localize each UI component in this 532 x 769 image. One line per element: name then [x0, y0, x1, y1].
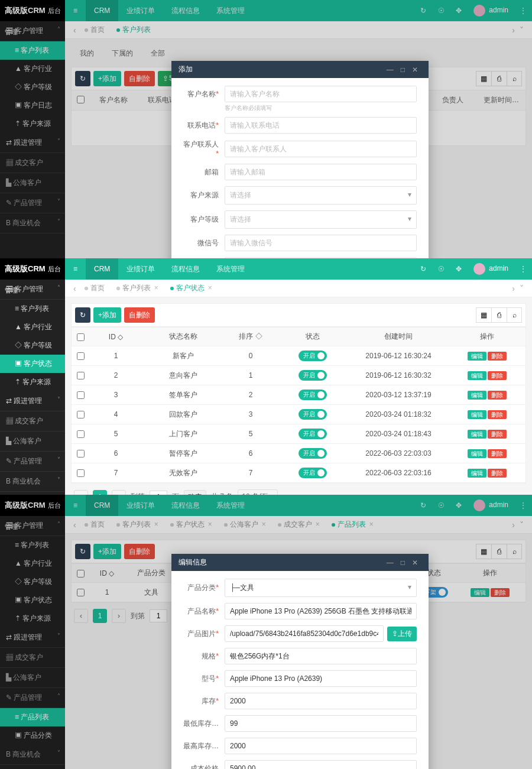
table-row: 4回款客户3开启2020-03-24 01:18:32编辑删除 [72, 405, 525, 424]
edit-button[interactable]: 编辑 [468, 371, 486, 380]
nav-1[interactable]: CRM [86, 258, 118, 280]
row-check[interactable] [77, 430, 85, 438]
upload-button[interactable]: ⇪上传 [387, 627, 417, 641]
field-label: 产品图片* [183, 629, 219, 639]
edit-button[interactable]: 编辑 [468, 469, 486, 478]
row-check[interactable] [77, 352, 85, 360]
close-icon[interactable]: × [208, 284, 212, 292]
side-item[interactable]: B 商业机会˅ [0, 472, 65, 492]
status-switch[interactable]: 开启 [299, 409, 327, 420]
input-客户名称[interactable] [225, 86, 417, 102]
user-menu[interactable]: admin [468, 263, 514, 275]
page-num[interactable]: 1 [93, 490, 107, 495]
row-check[interactable] [77, 411, 85, 418]
select-产品分类[interactable]: ├─文具▾ [225, 579, 417, 597]
side-item[interactable]: ✎ 产品管理˅ [0, 452, 65, 472]
page-confirm[interactable]: 确定 [184, 490, 206, 495]
page-next[interactable]: › [112, 490, 126, 495]
side-item[interactable]: ▣ 客户状态 [0, 355, 65, 373]
add-button[interactable]: +添加 [93, 307, 121, 323]
edit-button[interactable]: 编辑 [468, 449, 486, 458]
side-item[interactable]: ☰ 客户管理˄ [0, 280, 65, 300]
crumb-menu[interactable]: ˅ [517, 284, 526, 293]
row-check[interactable] [77, 372, 85, 379]
status-switch[interactable]: 开启 [299, 448, 327, 459]
input-型号[interactable] [225, 670, 417, 687]
crumb-next[interactable]: › [510, 284, 517, 293]
status-switch[interactable]: 开启 [299, 390, 327, 400]
status-switch[interactable]: 开启 [299, 468, 327, 478]
nav-2[interactable]: 业绩订单 [118, 258, 163, 280]
page-prev[interactable]: ‹ [74, 490, 88, 495]
crumb-prev[interactable]: ‹ [71, 284, 79, 293]
input-库存[interactable] [225, 693, 417, 709]
grid-icon[interactable]: ▦ [476, 307, 491, 323]
del-button[interactable]: 删除 [488, 430, 507, 439]
search-icon[interactable]: ⌕ [507, 307, 522, 323]
maximize-icon[interactable]: □ [397, 559, 408, 567]
nav-4[interactable]: 系统管理 [208, 258, 253, 280]
input-规格[interactable] [225, 648, 417, 664]
edit-button[interactable]: 编辑 [468, 430, 486, 439]
status-switch[interactable]: 开启 [299, 370, 327, 381]
expand-icon[interactable]: ✥ [450, 265, 468, 273]
edit-button[interactable]: 编辑 [468, 352, 486, 361]
status-switch[interactable]: 开启 [299, 429, 327, 439]
nav-3[interactable]: 流程信息 [163, 258, 208, 280]
row-check[interactable] [77, 469, 85, 477]
page-size[interactable]: 10 条/页▾ [238, 489, 278, 495]
page-input[interactable] [150, 491, 167, 495]
input-客户联系人[interactable] [225, 141, 417, 157]
input-最低库存…[interactable] [225, 715, 417, 732]
close-icon[interactable]: ✕ [408, 66, 421, 74]
side-item[interactable]: ⇄ 跟进管理˅ [0, 391, 65, 411]
side-item[interactable]: ⇡ 客户来源 [0, 373, 65, 391]
side-item[interactable]: ▲ 客户行业 [0, 318, 65, 336]
status-switch[interactable]: 开启 [299, 351, 327, 361]
input-最高库存…[interactable] [225, 738, 417, 754]
maximize-icon[interactable]: □ [397, 66, 408, 74]
refresh-icon[interactable]: ↻ [414, 265, 432, 273]
target-icon[interactable]: ☉ [432, 265, 450, 273]
col-header: 状态名称 [142, 327, 224, 346]
input-产品名称[interactable] [225, 603, 417, 619]
del-button[interactable]: 删除 [488, 469, 507, 478]
select-客户状态[interactable]: 请选择▾ [225, 257, 417, 258]
crumb[interactable]: 客户状态× [164, 281, 218, 296]
close-icon[interactable]: ✕ [408, 559, 421, 567]
input-成本价格[interactable] [225, 760, 417, 769]
close-icon[interactable]: × [154, 284, 158, 292]
del-button[interactable]: 删除 [488, 391, 507, 400]
crumb[interactable]: 客户列表× [111, 281, 164, 296]
edit-button[interactable]: 编辑 [468, 410, 486, 419]
del-button[interactable]: 删除 [488, 449, 507, 458]
side-item[interactable]: ◇ 客户等级 [0, 336, 65, 355]
check-all[interactable] [77, 333, 85, 341]
table-row: 1新客户0开启2019-06-12 16:30:24编辑删除 [72, 346, 525, 366]
edit-button[interactable]: 编辑 [468, 391, 486, 400]
side-item[interactable]: ≡ 客户列表 [0, 300, 65, 318]
crumb-home[interactable]: 首页 [79, 281, 111, 296]
select-客户等级[interactable]: 请选择▾ [225, 210, 417, 229]
del-button[interactable]: 删除 [488, 410, 507, 419]
minimize-icon[interactable]: — [383, 66, 397, 74]
side-item[interactable]: ▦ 成交客户 [0, 411, 65, 431]
row-check[interactable] [77, 450, 85, 457]
input-微信号[interactable] [225, 235, 417, 251]
print-icon[interactable]: ⎙ [491, 307, 507, 323]
select-客户来源[interactable]: 请选择▾ [225, 186, 417, 205]
nav-0[interactable]: ≡ [65, 258, 86, 280]
minimize-icon[interactable]: — [383, 559, 397, 567]
side-item[interactable]: ▙ 公海客户 [0, 431, 65, 452]
del-button[interactable]: 删除 [488, 352, 507, 361]
input-邮箱[interactable] [225, 164, 417, 180]
row-check[interactable] [77, 391, 85, 399]
col-header: 操作 [449, 327, 525, 346]
more-icon[interactable]: ⋮ [514, 265, 532, 273]
field-label: 最高库存… [183, 741, 219, 751]
delete-button[interactable]: 自删除 [124, 307, 155, 323]
del-button[interactable]: 删除 [488, 371, 507, 380]
input-联系电话[interactable] [225, 117, 417, 134]
refresh-button[interactable]: ↻ [75, 307, 90, 323]
input-产品图片[interactable] [225, 625, 384, 642]
